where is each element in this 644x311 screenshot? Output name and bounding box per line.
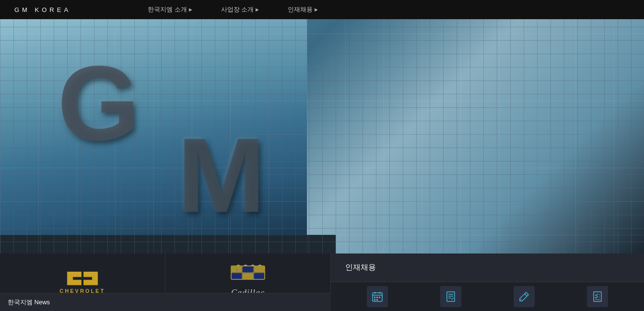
- cadillac-logo: 🦆: [229, 265, 267, 284]
- svg-rect-26: [447, 292, 455, 301]
- checklist-icon-item[interactable]: [587, 286, 608, 307]
- svg-text:🦆: 🦆: [235, 268, 239, 272]
- svg-rect-21: [374, 297, 375, 298]
- document-icon-item[interactable]: [440, 286, 461, 307]
- nav-logo: GM KOREA: [0, 6, 85, 13]
- svg-rect-1: [82, 272, 83, 285]
- recruitment-bar: 인재채용: [331, 253, 644, 282]
- nav-arrow-company: ▶: [189, 7, 192, 12]
- news-title: 한국지엠 News: [8, 298, 50, 307]
- svg-rect-10: [243, 266, 253, 272]
- nav-item-company[interactable]: 한국지엠 소개 ▶: [133, 0, 207, 19]
- chevrolet-logo: [66, 271, 99, 286]
- hero-background: G M: [0, 0, 644, 254]
- svg-rect-23: [379, 297, 380, 298]
- pen-icon-item[interactable]: [514, 286, 535, 307]
- svg-rect-11: [254, 266, 264, 272]
- icons-bar: [331, 282, 644, 311]
- gm-letter-g: G: [58, 43, 135, 164]
- svg-rect-22: [376, 297, 378, 298]
- svg-rect-14: [254, 273, 264, 279]
- building-facade-right: [0, 235, 336, 254]
- nav-items: 한국지엠 소개 ▶ 사업장 소개 ▶ 인재채용 ▶: [85, 0, 644, 19]
- gm-letter-m: M: [177, 115, 265, 236]
- nav-arrow-recruitment: ▶: [315, 7, 318, 12]
- nav-item-recruitment[interactable]: 인재채용 ▶: [273, 0, 332, 19]
- right-section: 인재채용: [331, 253, 644, 311]
- recruitment-title: 인재채용: [345, 263, 376, 273]
- svg-rect-25: [376, 299, 378, 300]
- nav-bar: GM KOREA 한국지엠 소개 ▶ 사업장 소개 ▶ 인재채용 ▶: [0, 0, 644, 19]
- news-bar: 한국지엠 News: [0, 293, 331, 311]
- checklist-icon-box: [587, 286, 608, 307]
- document-icon-box: [440, 286, 461, 307]
- svg-rect-12: [232, 273, 242, 279]
- hero-section: G M: [0, 0, 644, 254]
- nav-arrow-business: ▶: [256, 7, 259, 12]
- svg-rect-24: [374, 299, 375, 300]
- pen-icon-box: [514, 286, 535, 307]
- nav-item-business[interactable]: 사업장 소개 ▶: [207, 0, 274, 19]
- svg-rect-13: [243, 273, 253, 279]
- svg-line-30: [525, 294, 527, 296]
- calendar-icon-item[interactable]: [367, 286, 388, 307]
- calendar-icon-box: [367, 286, 388, 307]
